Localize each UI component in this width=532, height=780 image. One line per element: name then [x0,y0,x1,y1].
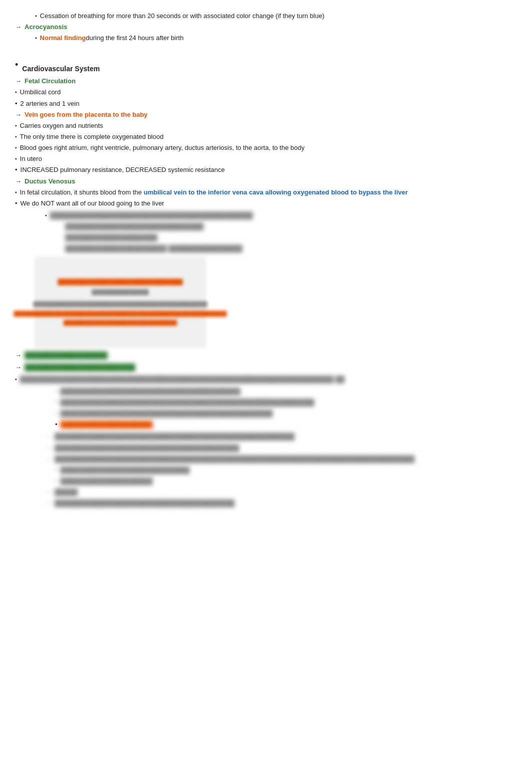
fetal-circulation-label: Fetal Circulation [25,76,76,86]
arrow-icon-blurred-3: → [15,362,22,372]
blurred-final: → █████ → ██████████████████████████████… [45,487,517,508]
arteries-vein-item: 2 arteries and 1 vein [15,99,517,109]
acrocyanosis-arrow-row: → Acrocyanosis [15,22,517,32]
blurred-li-1: ███████████████████████████████████████ [55,386,517,397]
blurred-image-section: ████████████████████████████████ ███████… [35,257,205,347]
cessation-text: Cessation of breathing for more than 20 … [40,11,325,21]
blood-goes-text: Blood goes right atrium, right ventricle… [20,143,305,153]
normal-finding-highlight: Normal finding [40,33,86,43]
cardiovascular-section: • Cardiovascular System [15,59,517,76]
blurred-list: ███████████████████████████████████████ … [55,386,517,430]
blurred-arrow-7-label: █████ [55,487,78,497]
acrocyanosis-label: Acrocyanosis [25,22,67,32]
blurred-long-line: ████████████████████████████████████████… [15,374,517,384]
not-want-liver-item: We do NOT want all of our blood going to… [15,199,517,209]
blurred-bullet-1-container: ████████████████████████████████████████… [45,211,517,254]
blurred-more: → ██████████████████████████████████████… [45,432,517,486]
cardiovascular-header: Cardiovascular System [22,64,100,75]
blurred-arrow-4: → ██████████████████████████████████████… [45,432,517,442]
only-time-bullet: The only time there is complete oxygenat… [15,132,517,142]
only-time-text: The only time there is complete oxygenat… [20,132,164,142]
ductus-desc-bullet: In fetal circulation, it shunts blood fr… [15,187,517,198]
arrow-icon-fetal: → [15,76,22,86]
carries-oxygen-text: Carries oxygen and nutrients [20,121,103,131]
blurred-sub-1c-container: ██████████████████████ ████████████████ [65,244,517,254]
arrow-icon-blurred-7: → [45,487,52,497]
cessation-bullet: Cessation of breathing for more than 20 … [35,11,517,21]
ductus-desc-text: In fetal circulation, it shunts blood fr… [20,187,408,198]
blurred-bullet-1: ████████████████████████████████████████… [45,211,517,221]
pulmonary-resistance-text: INCREASED pulmonary resistance, DECREASE… [21,165,225,175]
arrow-icon: → [15,22,22,32]
blurred-sub-1a: ██████████████████████████████ [65,222,517,232]
blurred-text-1: ████████████████████████████████████████… [50,211,253,221]
arrow-icon-blurred-4: → [45,432,52,442]
arrow-icon-blurred-5: → [45,443,52,453]
blurred-arrow-6: → ██████████████████████████████████████… [45,454,517,464]
blurred-dot-6b: ████████████████████ [55,476,517,486]
blurred-arrow-3: → ████████████████████████ [15,362,517,372]
umbilical-cord-text: Umbilical cord [20,87,61,97]
normal-finding-rest: during the first 24 hours after birth [86,33,183,43]
not-want-liver-text: We do NOT want all of our blood going to… [21,199,164,209]
normal-finding-bullet: Normal finding during the first 24 hours… [35,33,517,43]
blurred-li-2: ████████████████████████████████████████… [55,398,517,408]
vein-arrow: → Vein goes from the placenta to the bab… [15,110,517,120]
blurred-sub-1b: ████████████████████ [65,233,517,243]
fetal-circulation-arrow: → Fetal Circulation [15,76,517,86]
vein-label: Vein goes from the placenta to the baby [25,110,148,120]
arrow-icon-blurred-8: → [45,498,52,508]
blurred-li-3: ████████████████████████████████████████… [55,409,517,419]
blurred-arrow-6-label: ████████████████████████████████████████… [55,454,414,464]
blurred-long-text: ████████████████████████████████████████… [20,374,345,384]
arrow-icon-blurred-6: → [45,454,52,464]
blurred-arrow-2-label: ██████████████████ [25,350,108,360]
arrow-icon-ductus: → [15,176,22,186]
in-utero-bullet: In utero [15,154,517,164]
arrow-icon-blurred-2: → [15,350,22,360]
pulmonary-resistance-item: INCREASED pulmonary resistance, DECREASE… [15,165,517,175]
blurred-arrow-4-label: ████████████████████████████████████████… [55,432,295,442]
ductus-venosus-arrow: → Ductus Venosus [15,176,517,186]
blurred-li-4-container: ████████████████████ [55,420,517,430]
umbilical-cord-bullet: Umbilical cord [15,87,517,97]
blurred-sub-1c: ██████████████████████ ████████████████ [65,245,242,252]
blurred-arrow-5: → ██████████████████████████████████████… [45,443,517,453]
main-bullet-icon: • [15,58,18,72]
carries-oxygen-bullet: Carries oxygen and nutrients [15,121,517,131]
blood-goes-bullet: Blood goes right atrium, right ventricle… [15,143,517,153]
blurred-arrow-7: → █████ [45,487,517,497]
arrow-icon-vein: → [15,110,22,120]
blurred-arrow-8-label: ███████████████████████████████████████ [55,498,234,508]
blurred-dot-6a: ████████████████████████████ [55,465,517,475]
blurred-arrow-2: → ██████████████████ [15,350,517,360]
in-utero-text: In utero [20,154,42,164]
blurred-arrow-8: → ██████████████████████████████████████… [45,498,517,508]
ductus-venosus-label: Ductus Venosus [25,176,75,186]
blurred-arrow-3-label: ████████████████████████ [25,362,135,372]
arteries-vein-text: 2 arteries and 1 vein [21,99,80,109]
blurred-arrow-5-label: ████████████████████████████████████████ [55,443,239,453]
